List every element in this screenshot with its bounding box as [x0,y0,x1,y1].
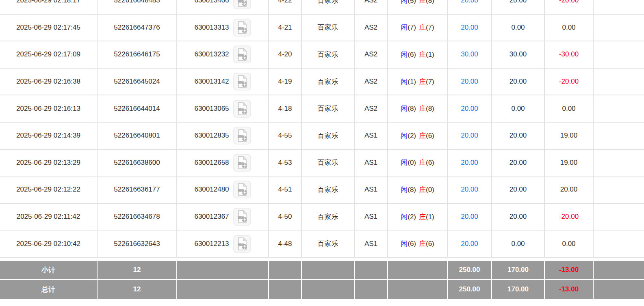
bet-time-cell: 2025-06-29 02:12:22 [0,177,98,204]
bet-amount-cell: 20.00 [448,95,492,123]
video-replay-button[interactable] [233,100,251,118]
empty-cell [177,280,269,299]
subtotal-win-loss: -13.00 [545,258,594,280]
banker-result-value: (6) [426,159,434,166]
bet-amount-cell: 20.00 [448,231,492,258]
valid-amount-cell: 0.00 [492,15,545,42]
bet-amount-cell: 20.00 [448,150,492,177]
banker-result-value: (8) [426,105,434,112]
video-replay-button[interactable] [233,127,251,144]
game-result-cell: 闲(5)庄(8) [388,0,448,15]
player-result-label: 闲 [401,24,408,31]
video-replay-button[interactable] [233,19,251,37]
win-loss-cell: -20.00 [545,69,594,96]
game-result-cell: 闲(2)庄(6) [388,123,448,150]
bet-id-cell: 522616646175 [98,41,177,69]
table-name-cell: AS2 [355,41,388,69]
table-name-cell: AS1 [355,150,388,177]
banker-result-label: 庄 [419,24,426,31]
valid-amount-cell: 30.00 [492,41,545,69]
round-id-cell: 630012658 [177,150,269,177]
bet-id-cell: 522616644014 [98,95,177,123]
empty-cell [594,231,644,258]
round-id: 630012658 [194,159,229,167]
win-loss-cell: 19.00 [545,123,594,150]
video-replay-button[interactable] [233,154,251,172]
total-label: 总计 [0,280,98,299]
video-replay-button[interactable] [233,0,251,9]
round-id-cell: 630013065 [177,95,269,123]
video-replay-button[interactable] [233,45,251,63]
valid-amount-cell: 20.00 [492,0,545,15]
player-result-value: (7) [408,24,416,31]
subtotal-label: 小计 [0,258,98,280]
table-row: 2025-06-29 02:14:39 522616640801 6300128… [0,123,644,150]
banker-result-label: 庄 [419,105,426,112]
player-result-label: 闲 [401,159,408,166]
empty-cell [302,258,355,280]
empty-cell [177,258,269,280]
table-name-cell: AS2 [355,0,388,15]
video-replay-button[interactable] [233,208,251,226]
empty-cell [302,280,355,299]
round-id: 630012367 [194,213,229,221]
empty-cell [355,280,388,299]
video-replay-button[interactable] [233,73,251,91]
bet-id-cell: 522616647376 [98,15,177,42]
bet-amount-cell: 20.00 [448,204,492,231]
round-number-cell: 4-18 [269,95,302,123]
banker-result-value: (7) [426,78,434,86]
player-result-label: 闲 [401,186,408,194]
game-result-cell: 闲(0)庄(6) [388,150,448,177]
player-result-label: 闲 [401,78,408,86]
video-file-icon [233,100,251,118]
round-id: 630012480 [194,185,229,194]
empty-cell [594,177,644,204]
table-name-cell: AS1 [355,123,388,150]
banker-result-value: (8) [426,0,434,4]
banker-result-label: 庄 [419,186,426,194]
video-replay-button[interactable] [233,181,251,198]
banker-result-label: 庄 [419,51,426,58]
video-file-icon [233,73,251,91]
round-number-cell: 4-51 [269,177,302,204]
win-loss-cell: -20.00 [545,0,594,15]
valid-amount-cell: 20.00 [492,69,545,96]
round-id-cell: 630013313 [177,15,269,42]
banker-result-value: (1) [426,213,434,221]
banker-result-value: (1) [426,51,434,58]
total-valid-amount: 170.00 [492,280,545,299]
subtotal-count: 12 [98,258,177,280]
round-id: 630013313 [194,24,229,32]
table-row: 2025-06-29 02:17:09 522616646175 6300132… [0,41,644,69]
game-result-cell: 闲(6)庄(6) [388,231,448,258]
bet-time-cell: 2025-06-29 02:10:42 [0,231,98,258]
empty-cell [269,280,302,299]
empty-cell [594,204,644,231]
player-result-value: (6) [408,51,416,58]
video-replay-button[interactable] [233,235,251,253]
video-file-icon [233,0,251,9]
banker-result-label: 庄 [419,240,426,248]
game-result-cell: 闲(8)庄(8) [388,95,448,123]
player-result-value: (5) [408,0,416,4]
round-number-cell: 4-22 [269,0,302,15]
player-result-label: 闲 [401,132,408,140]
empty-cell [594,41,644,69]
round-id-cell: 630012835 [177,123,269,150]
video-file-icon [233,181,251,198]
player-result-value: (8) [408,186,416,194]
table-row: 2025-06-29 02:16:13 522616644014 6300130… [0,95,644,123]
bet-time-cell: 2025-06-29 02:17:09 [0,41,98,69]
valid-amount-cell: 20.00 [492,150,545,177]
game-type-cell: 百家乐 [302,204,355,231]
win-loss-cell: 0.00 [545,95,594,123]
game-type-cell: 百家乐 [302,123,355,150]
bet-id-cell: 522616640801 [98,123,177,150]
game-result-cell: 闲(2)庄(1) [388,204,448,231]
round-id: 630013142 [194,78,229,86]
empty-cell [594,150,644,177]
bet-time-cell: 2025-06-29 02:18:17 [0,0,98,15]
table-row: 2025-06-29 02:11:42 522616634678 6300123… [0,204,644,231]
subtotal-bet-amount: 250.00 [448,258,492,280]
